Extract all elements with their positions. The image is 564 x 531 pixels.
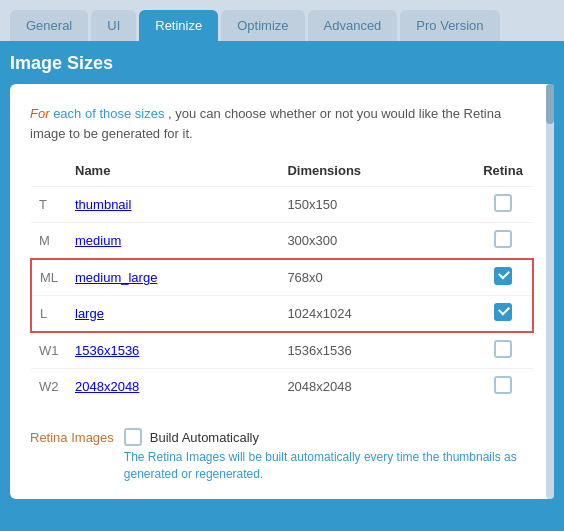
tab-optimize[interactable]: Optimize [221,10,304,41]
cell-retina-check[interactable] [473,223,533,260]
cell-retina-check[interactable] [473,332,533,369]
name-link[interactable]: large [75,306,104,321]
name-link[interactable]: medium_large [75,270,157,285]
col-header-retina: Retina [473,159,533,187]
name-link[interactable]: 2048x2048 [75,379,139,394]
cell-dimensions: 1536x1536 [279,332,473,369]
cell-retina-check[interactable] [473,187,533,223]
checkbox-unchecked[interactable] [494,230,512,248]
cell-name: 1536x1536 [67,332,279,369]
tab-retinize[interactable]: Retinize [139,10,218,41]
cell-retina-check[interactable] [473,296,533,333]
checkbox-checked[interactable] [494,303,512,321]
col-header-abbr [31,159,67,187]
cell-dimensions: 2048x2048 [279,369,473,405]
checkbox-unchecked[interactable] [494,194,512,212]
name-link[interactable]: 1536x1536 [75,343,139,358]
card: For each of those sizes , you can choose… [10,84,554,499]
cell-abbr: W2 [31,369,67,405]
cell-abbr: T [31,187,67,223]
description-for: For [30,106,50,121]
col-header-name: Name [67,159,279,187]
retina-footer: Retina Images Build Automatically The Re… [30,420,534,483]
cell-name: medium_large [67,259,279,296]
checkbox-unchecked[interactable] [494,340,512,358]
name-link[interactable]: thumbnail [75,197,131,212]
build-auto-row: Build Automatically [124,428,534,446]
cell-dimensions: 300x300 [279,223,473,260]
cell-retina-check[interactable] [473,369,533,405]
cell-name: medium [67,223,279,260]
tab-advanced[interactable]: Advanced [308,10,398,41]
cell-name: 2048x2048 [67,369,279,405]
retina-images-label: Retina Images [30,428,114,445]
description: For each of those sizes , you can choose… [30,104,534,143]
cell-name: large [67,296,279,333]
cell-retina-check[interactable] [473,259,533,296]
scrollbar-thumb[interactable] [546,84,554,124]
table-row: Mmedium300x300 [31,223,533,260]
col-header-dimensions: Dimensions [279,159,473,187]
build-auto-label: Build Automatically [150,430,259,445]
cell-dimensions: 1024x1024 [279,296,473,333]
cell-abbr: ML [31,259,67,296]
scrollbar-track[interactable] [546,84,554,499]
table-row: MLmedium_large768x0 [31,259,533,296]
tab-bar: GeneralUIRetinizeOptimizeAdvancedPro Ver… [0,0,564,41]
build-auto-section: Build Automatically The Retina Images wi… [124,428,534,483]
checkbox-checked[interactable] [494,267,512,285]
table-row: W22048x20482048x2048 [31,369,533,405]
table-row: Llarge1024x1024 [31,296,533,333]
section-title: Image Sizes [10,41,554,84]
checkbox-unchecked[interactable] [494,376,512,394]
tab-ui[interactable]: UI [91,10,136,41]
image-sizes-table: Name Dimensions Retina Tthumbnail150x150… [30,159,534,404]
cell-abbr: W1 [31,332,67,369]
tab-general[interactable]: General [10,10,88,41]
name-link[interactable]: medium [75,233,121,248]
cell-dimensions: 150x150 [279,187,473,223]
build-auto-checkbox[interactable] [124,428,142,446]
main-content: Image Sizes For each of those sizes , yo… [0,41,564,531]
tab-pro-version[interactable]: Pro Version [400,10,499,41]
cell-abbr: L [31,296,67,333]
table-row: Tthumbnail150x150 [31,187,533,223]
cell-abbr: M [31,223,67,260]
cell-name: thumbnail [67,187,279,223]
cell-dimensions: 768x0 [279,259,473,296]
build-auto-desc: The Retina Images will be built automati… [124,449,534,483]
description-link: each of those sizes [53,106,164,121]
table-row: W11536x15361536x1536 [31,332,533,369]
